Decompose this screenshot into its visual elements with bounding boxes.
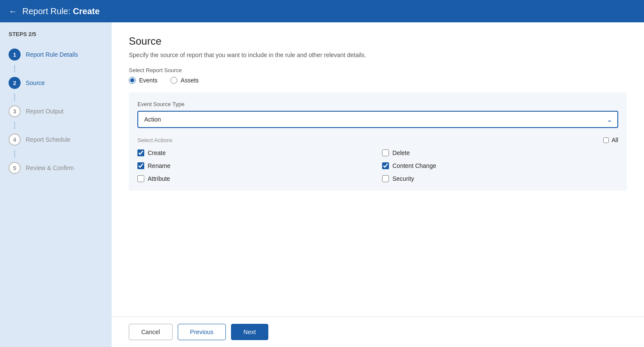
back-icon[interactable]: ← [9, 6, 17, 16]
sidebar-item-report-schedule[interactable]: 4 Report Schedule [0, 129, 112, 150]
step-label-1: Report Rule Details [26, 51, 78, 58]
header-title: Report Rule: Create [22, 6, 100, 16]
checkbox-security-input[interactable] [382, 175, 389, 182]
content-area: Source Specify the source of report that… [112, 22, 644, 317]
select-actions-header: Select Actions All [137, 137, 618, 143]
sidebar: STEPS 2/5 1 Report Rule Details 2 Source… [0, 22, 112, 347]
radio-events-input[interactable] [129, 77, 136, 84]
checkbox-security-label: Security [392, 175, 414, 182]
checkbox-delete-input[interactable] [382, 149, 389, 156]
page-title: Source [129, 35, 627, 47]
event-source-type-select[interactable]: Action Login File Access Network [137, 111, 618, 128]
step-circle-3: 3 [9, 105, 21, 117]
checkbox-create[interactable]: Create [137, 149, 374, 156]
step-label-3: Report Output [26, 108, 64, 115]
step-label-5: Review & Confirm [26, 164, 74, 171]
report-source-radio-group: Events Assets [129, 77, 627, 84]
sidebar-item-report-rule-details[interactable]: 1 Report Rule Details [0, 44, 112, 65]
checkbox-security[interactable]: Security [382, 175, 618, 182]
main-content: Source Specify the source of report that… [112, 22, 644, 347]
step-circle-4: 4 [9, 134, 21, 146]
checkbox-create-input[interactable] [137, 149, 144, 156]
step-connector-1-2 [14, 65, 15, 73]
footer: Cancel Previous Next [112, 317, 644, 347]
source-section-label: Select Report Source [129, 67, 627, 73]
checkbox-content-change[interactable]: Content Change [382, 162, 618, 169]
header-title-prefix: Report Rule: [22, 6, 73, 16]
checkbox-delete[interactable]: Delete [382, 149, 618, 156]
header-title-bold: Create [73, 6, 100, 16]
step-circle-2: 2 [9, 77, 21, 89]
main-layout: STEPS 2/5 1 Report Rule Details 2 Source… [0, 22, 644, 347]
sidebar-item-source[interactable]: 2 Source [0, 73, 112, 93]
radio-assets[interactable]: Assets [170, 77, 199, 84]
page-description: Specify the source of report that you wa… [129, 52, 627, 58]
all-label[interactable]: All [611, 137, 618, 143]
checkbox-rename-input[interactable] [137, 162, 144, 169]
radio-events[interactable]: Events [129, 77, 158, 84]
event-source-type-wrapper: Action Login File Access Network ⌄ [137, 111, 618, 128]
checkbox-content-change-input[interactable] [382, 162, 389, 169]
previous-button[interactable]: Previous [178, 324, 226, 340]
all-checkbox-wrapper[interactable]: All [603, 137, 618, 143]
cancel-button[interactable]: Cancel [129, 324, 173, 340]
app-header: ← Report Rule: Create [0, 0, 644, 22]
step-connector-4-5 [14, 150, 15, 158]
radio-assets-label: Assets [181, 77, 199, 84]
checkbox-content-change-label: Content Change [392, 162, 436, 169]
checkbox-delete-label: Delete [392, 149, 410, 156]
checkbox-rename[interactable]: Rename [137, 162, 374, 169]
step-circle-1: 1 [9, 49, 21, 61]
step-circle-5: 5 [9, 162, 21, 174]
sidebar-item-review-confirm[interactable]: 5 Review & Confirm [0, 158, 112, 178]
checkbox-grid: Create Delete Rename Content Change [137, 149, 618, 182]
steps-label: STEPS 2/5 [0, 31, 112, 44]
step-label-4: Report Schedule [26, 136, 70, 143]
step-connector-2-3 [14, 93, 15, 101]
select-actions-label: Select Actions [137, 137, 173, 143]
step-label-2: Source [26, 79, 45, 86]
event-source-section: Event Source Type Action Login File Acce… [129, 92, 627, 191]
all-checkbox[interactable] [603, 137, 609, 143]
radio-assets-input[interactable] [170, 77, 177, 84]
checkbox-attribute-input[interactable] [137, 175, 144, 182]
event-source-type-label: Event Source Type [137, 101, 618, 107]
checkbox-attribute-label: Attribute [148, 175, 170, 182]
sidebar-item-report-output[interactable]: 3 Report Output [0, 101, 112, 122]
checkbox-rename-label: Rename [148, 162, 170, 169]
radio-events-label: Events [139, 77, 158, 84]
checkbox-create-label: Create [148, 149, 166, 156]
checkbox-attribute[interactable]: Attribute [137, 175, 374, 182]
step-connector-3-4 [14, 122, 15, 129]
next-button[interactable]: Next [231, 324, 268, 340]
